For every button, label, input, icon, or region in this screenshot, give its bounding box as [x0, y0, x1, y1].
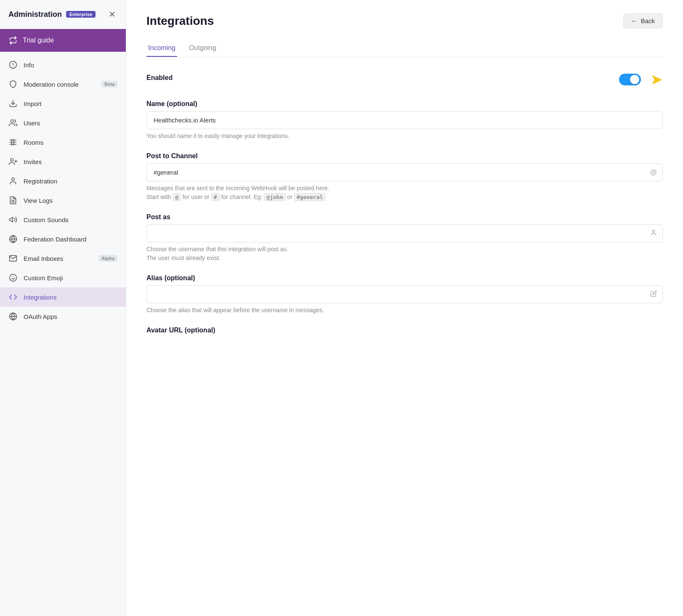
sidebar-item-emoji-label: Custom Emoji [24, 274, 63, 281]
sidebar-item-oauth-apps[interactable]: OAuth Apps [0, 307, 126, 326]
registration-icon [8, 176, 18, 186]
sidebar-item-users[interactable]: Users [0, 113, 126, 133]
post-as-hint2: The user must already exist. [146, 255, 221, 261]
post-to-channel-section: Post to Channel @ Messages that are sent… [146, 152, 663, 202]
sidebar-item-email-label: Email Inboxes [24, 255, 63, 262]
post-as-input[interactable] [146, 224, 663, 242]
tabs-container: Incoming Outgoing [146, 40, 663, 57]
back-button[interactable]: ← Back [623, 13, 663, 28]
users-icon [8, 118, 18, 127]
post-as-label: Post as [146, 213, 663, 221]
name-input[interactable] [146, 111, 663, 129]
logs-icon [8, 196, 18, 205]
sidebar-item-info[interactable]: Info [0, 55, 126, 74]
page-title: Integrations [146, 14, 214, 28]
sidebar-item-email-inboxes[interactable]: Email Inboxes Alpha [0, 249, 126, 268]
at-icon: @ [650, 169, 657, 176]
integrations-icon [8, 292, 18, 302]
alias-wrapper [146, 285, 663, 303]
tab-outgoing-label: Outgoing [189, 44, 216, 51]
svg-point-13 [12, 178, 15, 181]
alias-section: Alias (optional) Choose the alias that w… [146, 274, 663, 315]
sidebar-item-invites-label: Invites [24, 158, 42, 165]
enabled-toggle[interactable] [619, 74, 641, 85]
sidebar-item-import-label: Import [24, 100, 42, 107]
avatar-url-section: Avatar URL (optional) [146, 327, 663, 334]
toggle-slider [619, 74, 641, 85]
eg-john: @john [264, 193, 285, 201]
alias-hint: Choose the alias that will appear before… [146, 306, 663, 315]
email-badge: Alpha [98, 255, 117, 262]
sidebar-item-oauth-label: OAuth Apps [24, 313, 57, 320]
post-as-hint1: Choose the username that this integratio… [146, 246, 288, 252]
sidebar-item-view-logs[interactable]: View Logs [0, 191, 126, 210]
email-icon [8, 254, 18, 263]
alias-label: Alias (optional) [146, 274, 663, 282]
sidebar-item-moderation-console[interactable]: Moderation console Beta [0, 74, 126, 94]
info-icon [8, 60, 18, 69]
post-to-channel-wrapper: @ [146, 163, 663, 181]
admin-title: Administration [8, 10, 62, 19]
name-label: Name (optional) [146, 100, 663, 108]
post-to-channel-label: Post to Channel [146, 152, 663, 160]
sidebar-item-invites[interactable]: Invites [0, 152, 126, 171]
sounds-icon [8, 215, 18, 224]
alias-input[interactable] [146, 285, 663, 303]
eg-general: #general [294, 193, 326, 201]
oauth-icon [8, 312, 18, 321]
hint-text2: Start with @ for user or # for channel. … [146, 194, 325, 200]
sidebar-item-info-label: Info [24, 61, 34, 69]
close-button[interactable]: ✕ [107, 8, 117, 21]
hash-code: # [211, 193, 220, 201]
shield-icon [8, 80, 18, 89]
trial-guide-icon [8, 36, 18, 45]
back-button-label: Back [641, 17, 655, 24]
sidebar-item-federation-label: Federation Dashboard [24, 236, 86, 243]
sidebar-nav: Info Moderation console Beta Import [0, 52, 126, 329]
svg-marker-16 [10, 217, 13, 222]
sidebar-item-custom-sounds-label: Custom Sounds [24, 216, 69, 223]
enterprise-badge: Enterprise [66, 11, 96, 18]
post-as-hint: Choose the username that this integratio… [146, 245, 663, 263]
tab-incoming[interactable]: Incoming [146, 40, 177, 57]
sidebar-item-custom-emoji[interactable]: Custom Emoji [0, 268, 126, 287]
sidebar-item-rooms[interactable]: Rooms [0, 133, 126, 152]
sidebar-item-rooms-label: Rooms [24, 139, 44, 146]
sidebar-item-moderation-label: Moderation console [24, 81, 79, 88]
svg-point-4 [11, 120, 13, 123]
tab-outgoing[interactable]: Outgoing [187, 40, 218, 57]
post-as-section: Post as Choose the username that this in… [146, 213, 663, 263]
sidebar-item-users-label: Users [24, 119, 40, 127]
enabled-right: ➤ [619, 71, 663, 88]
sidebar-item-trial-guide[interactable]: Trial guide [0, 29, 126, 52]
at-code: @ [173, 193, 181, 201]
post-to-channel-input[interactable] [146, 163, 663, 181]
sidebar-item-registration[interactable]: Registration [0, 171, 126, 191]
enabled-label: Enabled [146, 74, 173, 82]
enabled-field-row: Enabled ➤ [146, 71, 663, 88]
edit-icon [650, 290, 657, 299]
sidebar-header-left: Administration Enterprise [8, 10, 96, 19]
rooms-icon [8, 138, 18, 147]
sidebar-item-import[interactable]: Import [0, 94, 126, 113]
name-field-section: Name (optional) You should name it to ea… [146, 100, 663, 141]
tab-incoming-label: Incoming [148, 44, 175, 51]
avatar-url-label: Avatar URL (optional) [146, 327, 663, 334]
import-icon [8, 99, 18, 108]
user-icon [650, 229, 657, 238]
close-icon: ✕ [109, 10, 116, 19]
moderation-badge: Beta [101, 81, 117, 88]
arrow-annotation: ➤ [650, 71, 663, 88]
main-content: Integrations ← Back Incoming Outgoing En… [126, 0, 683, 616]
emoji-icon [8, 273, 18, 282]
hint-text1: Messages that are sent to the Incoming W… [146, 185, 330, 191]
sidebar-item-federation-dashboard[interactable]: Federation Dashboard [0, 229, 126, 249]
sidebar-item-view-logs-label: View Logs [24, 197, 53, 204]
sidebar-item-integrations[interactable]: Integrations [0, 287, 126, 307]
post-as-wrapper [146, 224, 663, 242]
svg-point-10 [11, 159, 13, 162]
name-hint: You should name it to easily manage your… [146, 132, 663, 141]
sidebar-item-registration-label: Registration [24, 178, 57, 185]
sidebar-item-integrations-label: Integrations [24, 294, 56, 301]
sidebar-item-custom-sounds[interactable]: Custom Sounds [0, 210, 126, 229]
